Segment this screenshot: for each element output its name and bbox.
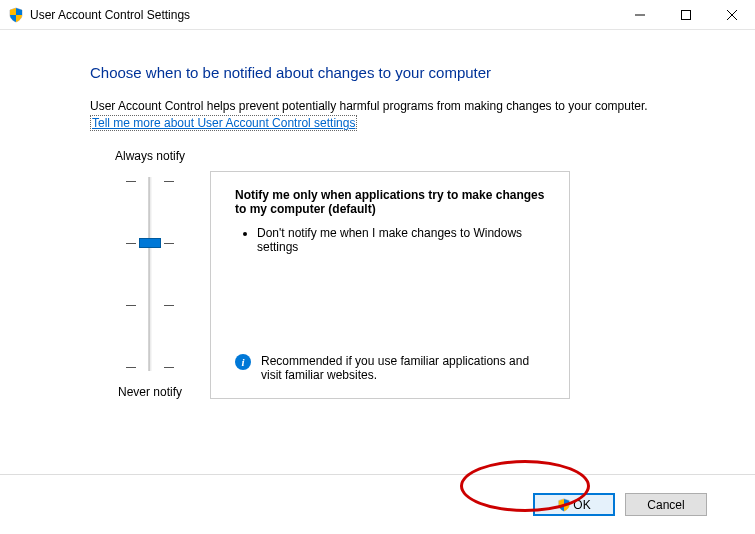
svg-rect-1 [682, 10, 691, 19]
panel-footer-text: Recommended if you use familiar applicat… [261, 354, 551, 382]
close-button[interactable] [709, 0, 755, 29]
ok-button-label: OK [573, 498, 590, 512]
slider-label-never: Never notify [90, 385, 210, 399]
dialog-footer: OK Cancel [0, 474, 755, 516]
slider-label-always: Always notify [90, 149, 210, 163]
content-area: Choose when to be notified about changes… [0, 30, 755, 399]
notification-details-panel: Notify me only when applications try to … [210, 171, 570, 399]
page-heading: Choose when to be notified about changes… [90, 64, 695, 81]
window-title: User Account Control Settings [30, 8, 190, 22]
learn-more-link[interactable]: Tell me more about User Account Control … [90, 115, 357, 131]
info-icon: i [235, 354, 251, 370]
cancel-button[interactable]: Cancel [625, 493, 707, 516]
description-text: User Account Control helps prevent poten… [90, 99, 695, 113]
panel-title: Notify me only when applications try to … [235, 188, 551, 216]
titlebar: User Account Control Settings [0, 0, 755, 30]
uac-shield-icon [8, 7, 24, 23]
window-controls [617, 0, 755, 29]
ok-button[interactable]: OK [533, 493, 615, 516]
maximize-button[interactable] [663, 0, 709, 29]
uac-shield-icon [557, 498, 571, 512]
panel-bullet: Don't notify me when I make changes to W… [257, 226, 551, 254]
minimize-button[interactable] [617, 0, 663, 29]
cancel-button-label: Cancel [647, 498, 684, 512]
notification-slider[interactable] [120, 169, 180, 379]
slider-thumb[interactable] [139, 238, 161, 248]
